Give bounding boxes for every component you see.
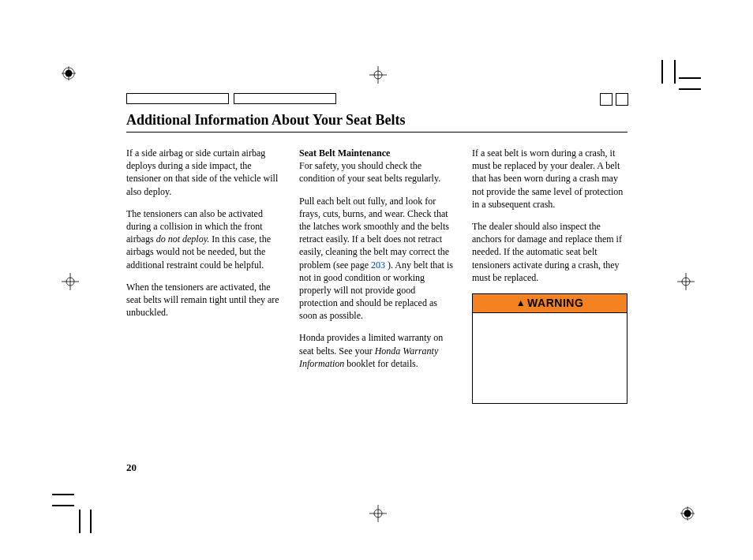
title-rule (126, 132, 628, 133)
body-paragraph: Pull each belt out fully, and look for f… (299, 195, 455, 323)
target-mark-icon (369, 66, 387, 84)
column-2: Seat Belt Maintenance For safety, you sh… (299, 147, 455, 404)
body-paragraph: If a seat belt is worn during a crash, i… (472, 147, 628, 211)
target-mark-icon (677, 273, 695, 290)
body-paragraph: When the tensioners are activated, the s… (126, 281, 282, 319)
body-paragraph: Seat Belt Maintenance For safety, you sh… (299, 147, 455, 185)
crop-mark-icon (52, 487, 92, 527)
page-content: Additional Information About Your Seat B… (126, 93, 628, 404)
page-title: Additional Information About Your Seat B… (126, 112, 628, 129)
warning-label: WARNING (527, 297, 583, 309)
body-columns: If a side airbag or side curtain airbag … (126, 147, 628, 404)
warning-box: ▲WARNING (472, 293, 628, 404)
body-paragraph: Honda provides a limited warranty on sea… (299, 331, 455, 370)
warning-triangle-icon: ▲ (516, 297, 526, 309)
body-paragraph: If a side airbag or side curtain airbag … (126, 147, 282, 198)
column-3: If a seat belt is worn during a crash, i… (472, 147, 628, 404)
column-1: If a side airbag or side curtain airbag … (126, 147, 282, 404)
target-mark-icon (62, 273, 79, 290)
section-subhead: Seat Belt Maintenance (299, 147, 390, 159)
page-number: 20 (126, 461, 137, 474)
warning-header: ▲WARNING (473, 294, 627, 313)
body-text: For safety, you should check the conditi… (299, 160, 440, 184)
registration-mark-icon (680, 506, 695, 521)
target-mark-icon (369, 505, 387, 522)
crop-mark-icon (661, 60, 701, 99)
body-text: booklet for details. (344, 358, 418, 369)
header-placeholder-box (126, 93, 229, 104)
header-box-group (126, 93, 628, 104)
body-paragraph: The tensioners can also be activated dur… (126, 207, 282, 271)
header-placeholder-box (234, 93, 336, 104)
registration-mark-icon (62, 66, 76, 80)
body-paragraph: The dealer should also inspect the ancho… (472, 220, 628, 284)
page-reference-link[interactable]: 203 (371, 259, 385, 271)
emphasis-text: do not deploy. (156, 233, 210, 245)
